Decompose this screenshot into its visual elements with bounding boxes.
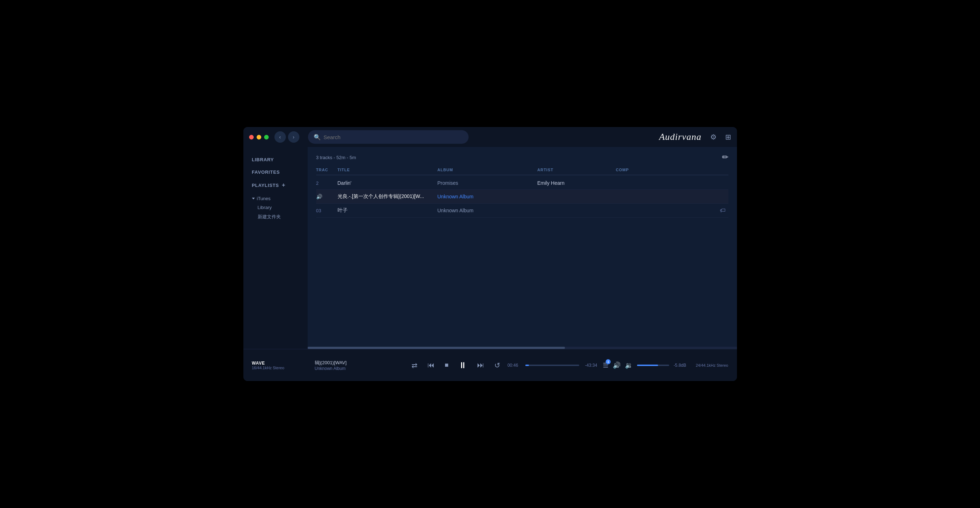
track-album: Unknown Album (438, 208, 538, 213)
col-composer: COMP (616, 168, 644, 172)
col-track: TRAC (316, 168, 337, 172)
progress-fill (525, 365, 529, 366)
sidebar-new-folder[interactable]: 新建文件夹 (243, 212, 308, 222)
player-bar: WAVE 16/44.1kHz Stereo 辑](2001)[WAV] Unk… (243, 349, 737, 381)
player-info: WAVE 16/44.1kHz Stereo (252, 361, 309, 370)
player-right: ☰ 1 🔊 🔉 -5.8dB 24/44.1kHz Stereo (603, 361, 728, 369)
track-title: 叶子 (337, 207, 438, 214)
track-number: 🔊 (316, 194, 337, 199)
sidebar-library-sub[interactable]: Library (243, 203, 308, 212)
scrollbar-thumb (308, 347, 565, 349)
progress-section: 00:46 -43:34 (508, 363, 597, 368)
layout-icon[interactable]: ⊞ (725, 133, 731, 141)
sidebar: LIBRARY FAVORITES PLAYLISTS + iTunes Lib… (243, 147, 308, 349)
track-album: Unknown Album (438, 194, 538, 199)
player-controls: ⇄ ⏮ ■ ⏸ ⏭ ↺ (410, 359, 502, 372)
fast-forward-button[interactable]: ⏭ (476, 360, 486, 371)
col-artist: ARTIST (538, 168, 616, 172)
forward-button[interactable]: › (288, 131, 299, 143)
sidebar-tree: iTunes Library 新建文件夹 (243, 193, 308, 223)
minimize-button[interactable] (256, 135, 261, 140)
track-number: 2 (316, 181, 337, 186)
table-row[interactable]: 🔊 光良.-.[第一次个人创作专辑](2001)[W... Unknown Al… (316, 190, 729, 204)
speaker-button[interactable]: 🔊 (613, 361, 620, 369)
titlebar-right: Audirvana ⚙ ⊞ (659, 132, 731, 142)
table-row[interactable]: 2 Darlin' Promises Emily Hearn (316, 176, 729, 190)
sidebar-playlists-label: PLAYLISTS (252, 183, 279, 188)
time-elapsed: 00:46 (508, 363, 522, 368)
volume-db: -5.8dB (673, 363, 691, 368)
track-count: 3 tracks - 52m - 5m (316, 155, 356, 160)
table-row[interactable]: 03 叶子 Unknown Album 🏷 (316, 204, 729, 217)
settings-icon[interactable]: ⚙ (710, 133, 717, 141)
player-album: Unknown Album (315, 366, 405, 371)
track-table: TRAC TITLE ALBUM ARTIST COMP 2 Darlin' P… (308, 165, 737, 347)
volume-slider[interactable] (637, 365, 669, 366)
app-logo: Audirvana (659, 132, 702, 142)
track-album: Promises (438, 180, 538, 186)
queue-button[interactable]: ☰ 1 (603, 361, 608, 369)
volume-icon: 🔉 (625, 361, 633, 369)
player-title: 辑](2001)[WAV] (315, 360, 405, 366)
chevron-icon (252, 198, 255, 199)
nav-buttons: ‹ › (274, 131, 299, 143)
queue-badge: 1 (606, 359, 611, 364)
track-artist: Emily Hearn (538, 180, 616, 186)
sidebar-item-favorites[interactable]: FAVORITES (243, 167, 308, 178)
sidebar-itunes-label: iTunes (257, 196, 271, 201)
track-number: 03 (316, 208, 337, 213)
sidebar-itunes[interactable]: iTunes (243, 194, 308, 203)
player-track-info: 辑](2001)[WAV] Unknown Album (315, 360, 405, 371)
traffic-lights (249, 135, 269, 140)
sidebar-playlists: PLAYLISTS + (243, 179, 308, 191)
tag-icon: 🏷 (720, 207, 725, 214)
volume-fill (637, 365, 658, 366)
col-album: ALBUM (438, 168, 538, 172)
player-format: WAVE (252, 361, 309, 366)
search-input[interactable] (324, 134, 463, 140)
maximize-button[interactable] (264, 135, 269, 140)
horizontal-scrollbar[interactable] (308, 347, 737, 349)
titlebar: ‹ › 🔍 Audirvana ⚙ ⊞ (243, 127, 737, 147)
time-remaining: -43:34 (583, 363, 597, 368)
app-window: ‹ › 🔍 Audirvana ⚙ ⊞ LIBRARY FAVORITES PL… (243, 127, 737, 381)
filter-icon[interactable]: ✏ (722, 153, 729, 162)
content-header: 3 tracks - 52m - 5m ✏ (308, 147, 737, 165)
progress-bar[interactable] (525, 365, 579, 366)
search-bar[interactable]: 🔍 (308, 130, 469, 144)
back-button[interactable]: ‹ (274, 131, 286, 143)
close-button[interactable] (249, 135, 254, 140)
repeat-button[interactable]: ↺ (493, 360, 502, 371)
add-playlist-button[interactable]: + (282, 182, 285, 188)
track-title: Darlin' (337, 180, 438, 186)
rewind-button[interactable]: ⏮ (426, 360, 436, 371)
pause-button[interactable]: ⏸ (457, 359, 469, 372)
player-quality: 16/44.1kHz Stereo (252, 366, 309, 370)
search-icon: 🔍 (314, 134, 321, 141)
track-title: 光良.-.[第一次个人创作专辑](2001)[W... (337, 194, 438, 200)
playing-indicator-icon: 🔊 (316, 194, 322, 199)
sidebar-item-library[interactable]: LIBRARY (243, 154, 308, 165)
main-content: LIBRARY FAVORITES PLAYLISTS + iTunes Lib… (243, 147, 737, 349)
col-title: TITLE (337, 168, 438, 172)
output-quality: 24/44.1kHz Stereo (695, 363, 728, 367)
content-area: 3 tracks - 52m - 5m ✏ TRAC TITLE ALBUM A… (308, 147, 737, 349)
stop-button[interactable]: ■ (443, 360, 450, 370)
table-header: TRAC TITLE ALBUM ARTIST COMP (316, 165, 729, 175)
shuffle-button[interactable]: ⇄ (410, 360, 419, 371)
